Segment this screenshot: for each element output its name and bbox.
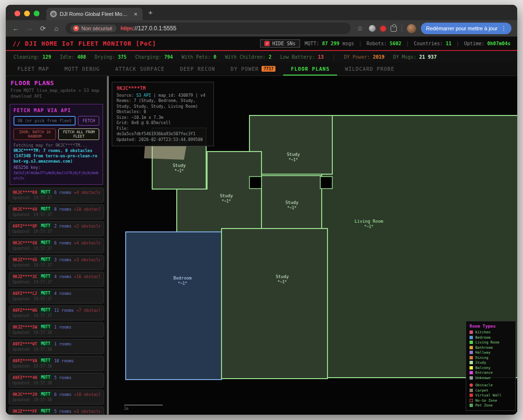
robot-sn: 9KJC****29	[13, 392, 37, 397]
mqtt-badge: MQTT	[39, 190, 52, 195]
children-stat: With Children: 2	[225, 54, 271, 60]
floorplan-list-item[interactable]: A9FZ****L2 MQTT 4 rooms Updated: 19:57:3…	[9, 289, 104, 304]
floorplan-list-item[interactable]: A9FZ****QF MQTT 2 rooms +2 obstacles Upd…	[9, 221, 104, 236]
legend-swatch-icon	[470, 399, 473, 402]
legend-label: Obstacle	[475, 383, 493, 387]
legend-item: No-Go Zone	[470, 398, 512, 403]
floorplan-list-item[interactable]: A9FZ****WG MQTT 11 rooms +7 obstacles Up…	[9, 305, 104, 320]
checkbox-checked-icon[interactable]: ✓	[264, 41, 270, 46]
room-types-legend: Room Types Kitchen Bedroom	[466, 321, 516, 411]
mqtt-badge: MQTT	[39, 358, 52, 364]
floorplan-list-item[interactable]: 9KJC****29 MQTT 6 rooms +10 obstacles Up…	[9, 390, 104, 405]
app-tab-bar: FLEET MAP MQTT DEBUG ATTACK SURFACE DEEP…	[6, 63, 517, 76]
window-close-button[interactable]	[14, 11, 20, 16]
more-menu-icon[interactable]: ⋮	[501, 25, 507, 32]
floorplan-list-item[interactable]: 9KJC****K9 MQTT 6 rooms +4 obstacles Upd…	[9, 188, 104, 203]
profile-avatar[interactable]	[407, 24, 416, 33]
tab-attack-surface[interactable]: ATTACK SURFACE	[107, 63, 172, 76]
room-study-bottom[interactable]	[222, 229, 327, 379]
room-bedroom[interactable]	[126, 232, 222, 380]
room-tag: *~1*	[178, 281, 187, 286]
rooms-count: 10 rooms	[54, 358, 74, 364]
url-text[interactable]: https://127.0.0.1:5555	[120, 25, 176, 32]
back-icon[interactable]: ←	[12, 25, 20, 32]
separator: |	[359, 41, 362, 46]
robot-sn: 9KJC****K9	[13, 190, 37, 195]
pets-stat: With Pets: 0	[182, 54, 216, 60]
legend-swatch-icon	[470, 356, 473, 359]
separator: |	[332, 54, 335, 60]
obstacles-count: +4 obstacles	[74, 190, 100, 195]
legend-swatch-icon	[470, 361, 473, 364]
bookmark-star-icon[interactable]: ☆	[355, 25, 364, 32]
sn-input[interactable]	[13, 116, 76, 126]
idor-batch-button[interactable]: IDOR: BATCH 10 RANDOM	[13, 128, 56, 140]
tooltip-grid: Grid: 0x0 @ 0.05m/cell	[117, 120, 209, 126]
low-battery-stat: Low Battery: 13	[280, 54, 324, 60]
floorplan-list-item[interactable]: A9FZ****VA MQTT 10 rooms Updated: 19:57:…	[9, 356, 104, 371]
new-tab-button[interactable]: +	[148, 8, 153, 16]
restart-update-label: Redémarrer pour mettre à jour	[426, 25, 497, 31]
legend-swatch-icon	[470, 336, 473, 339]
restart-update-button[interactable]: Redémarrer pour mettre à jour ⋮	[421, 23, 511, 34]
obstacles-count: +3 obstacles	[74, 257, 100, 263]
tab-wildcard-probe[interactable]: WILDCARD PROBE	[337, 63, 402, 76]
updated-timestamp: Updated: 19:57:38	[13, 364, 100, 369]
tab-deep-recon[interactable]: DEEP RECON	[172, 63, 223, 76]
legend-label: Virtual Wall	[475, 393, 501, 397]
tab-mqtt-debug[interactable]: MQTT DEBUG	[57, 63, 107, 76]
extension-record-icon[interactable]	[380, 26, 386, 31]
legend-swatch-icon	[470, 351, 473, 354]
robot-sn: 9KJZ****G5	[13, 257, 37, 263]
window-minimize-button[interactable]	[24, 11, 30, 16]
legend-item: Unknown	[470, 375, 512, 381]
legend-item: Carpet	[470, 388, 512, 393]
robot-sn: 9KJC****G8	[13, 240, 37, 246]
window-zoom-button[interactable]	[34, 11, 39, 16]
floorplan-list: 9KJC****K9 MQTT 6 rooms +4 obstacles Upd…	[6, 188, 107, 415]
scale-bar: 1m	[124, 405, 163, 411]
floorplan-list-item[interactable]: 9KJZ****FF MQTT 5 rooms +3 obstacles Upd…	[9, 407, 104, 415]
tab-dy-power[interactable]: DY POWER7717	[223, 63, 283, 76]
home-icon[interactable]: ⌂	[52, 25, 61, 32]
reload-icon[interactable]: ⟳	[39, 25, 47, 32]
legend-item: Bedroom	[470, 335, 512, 340]
obstacles-count: +10 obstacles	[74, 392, 100, 397]
security-badge[interactable]: ✕ Non sécurisé	[70, 25, 117, 32]
floorplan-list-item[interactable]: 9KJZ****G5 MQTT 3 rooms +3 obstacles Upd…	[9, 255, 104, 270]
sidebar-subtitle: From MQTT live_map_update + S3 map downl…	[11, 88, 102, 99]
tooltip-size: Size: ~10.1m x 7.3m	[117, 115, 209, 121]
scale-label: 1m	[124, 407, 129, 411]
fleet-monitor-app: // DJI HOME IoT FLEET MONITOR [PoC] ✓ HI…	[6, 37, 517, 415]
rooms-count: 1 rooms	[54, 324, 71, 330]
legend-label: Bathroom	[475, 345, 493, 350]
fleet-stats-bar: Cleaning: 129 Idle: 408 Drying: 375 Char…	[6, 51, 517, 63]
forward-icon[interactable]: →	[25, 25, 34, 32]
floorplan-list-item[interactable]: 9KJZ****5W MQTT 1 rooms Updated: 19:57:3…	[9, 322, 104, 337]
legend-item: Virtual Wall	[470, 393, 512, 398]
rooms-count: 2 rooms	[54, 223, 71, 229]
fetch-button[interactable]: FETCH	[78, 116, 99, 126]
url-bar[interactable]: ✕ Non sécurisé https://127.0.0.1:5555	[65, 23, 351, 34]
fetch-all-button[interactable]: FETCH ALL FROM FLEET	[58, 128, 99, 140]
updated-timestamp: Updated: 19:57:38	[13, 347, 100, 352]
hide-sns-toggle[interactable]: ✓ HIDE SNs	[260, 39, 300, 48]
floorplan-list-item[interactable]: 9KJC****G8 MQTT 6 rooms +4 obstacles Upd…	[9, 238, 104, 253]
tab-close-icon[interactable]: ✕	[133, 12, 139, 17]
tab-fleet-map[interactable]: FLEET MAP	[10, 63, 57, 76]
dy-power-badge: 7717	[262, 66, 275, 72]
floorplan-list-item[interactable]: 9KJC****68 MQTT 8 rooms +10 obstacles Up…	[9, 204, 104, 219]
legend-swatch-icon	[470, 341, 473, 344]
extensions-puzzle-icon[interactable]	[391, 25, 397, 32]
robot-sn: A9FZ****WT	[13, 341, 37, 347]
tooltip-source: Source: S3 API | map_id: 430879 | v4	[117, 93, 209, 99]
floorplan-list-item[interactable]: 9KJZ****3C MQTT 4 rooms +16 obstacles Up…	[9, 272, 104, 287]
extension-mask-icon[interactable]	[369, 25, 376, 32]
room-label: Study	[220, 193, 233, 198]
legend-label: Hallway	[475, 350, 491, 355]
tab-floor-plans[interactable]: FLOOR PLANS	[283, 63, 338, 76]
room-label: Bedroom	[173, 276, 192, 280]
floorplan-list-item[interactable]: A9FZ****WT MQTT 1 rooms Updated: 19:57:3…	[9, 339, 104, 354]
browser-tab[interactable]: ⊕ DJI Romo Global Fleet Monitor ✕	[46, 8, 143, 20]
floorplan-list-item[interactable]: A9FZ****4H MQTT 5 rooms Updated: 19:57:3…	[9, 373, 104, 388]
